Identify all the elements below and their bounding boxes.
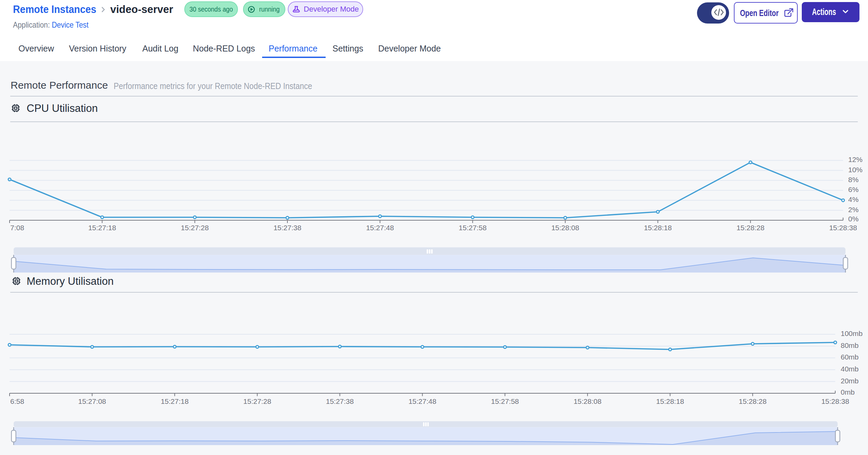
svg-text:20mb: 20mb: [841, 377, 859, 385]
svg-text:7:08: 7:08: [10, 224, 24, 232]
svg-text:15:28:28: 15:28:28: [739, 397, 767, 405]
svg-text:15:27:18: 15:27:18: [88, 224, 116, 232]
svg-text:15:27:28: 15:27:28: [181, 224, 209, 232]
svg-text:40mb: 40mb: [841, 365, 859, 373]
svg-text:0%: 0%: [848, 215, 858, 223]
svg-text:60mb: 60mb: [841, 353, 859, 361]
svg-text:15:27:58: 15:27:58: [459, 224, 487, 232]
svg-text:4%: 4%: [848, 195, 858, 203]
svg-text:15:28:38: 15:28:38: [829, 224, 857, 232]
svg-text:100mb: 100mb: [841, 329, 863, 337]
svg-text:15:27:48: 15:27:48: [366, 224, 394, 232]
svg-text:15:28:18: 15:28:18: [644, 224, 672, 232]
svg-text:15:28:18: 15:28:18: [656, 397, 684, 405]
svg-text:15:28:28: 15:28:28: [737, 224, 765, 232]
svg-text:15:27:08: 15:27:08: [78, 397, 106, 405]
svg-text:15:28:08: 15:28:08: [573, 397, 601, 405]
svg-text:0mb: 0mb: [841, 388, 855, 396]
svg-text:15:27:18: 15:27:18: [161, 397, 189, 405]
svg-text:10%: 10%: [848, 166, 863, 174]
svg-text:12%: 12%: [848, 156, 863, 163]
svg-text:2%: 2%: [848, 206, 858, 214]
svg-text:6:58: 6:58: [10, 397, 24, 405]
svg-text:15:27:58: 15:27:58: [491, 397, 519, 405]
svg-text:15:27:38: 15:27:38: [273, 224, 301, 232]
svg-text:15:27:48: 15:27:48: [409, 397, 437, 405]
svg-text:15:28:08: 15:28:08: [551, 224, 579, 232]
svg-text:8%: 8%: [848, 176, 858, 184]
svg-text:15:27:28: 15:27:28: [243, 397, 271, 405]
svg-text:15:28:38: 15:28:38: [821, 397, 849, 405]
svg-text:6%: 6%: [848, 186, 858, 193]
svg-text:15:27:38: 15:27:38: [326, 397, 354, 405]
svg-text:80mb: 80mb: [841, 341, 859, 349]
